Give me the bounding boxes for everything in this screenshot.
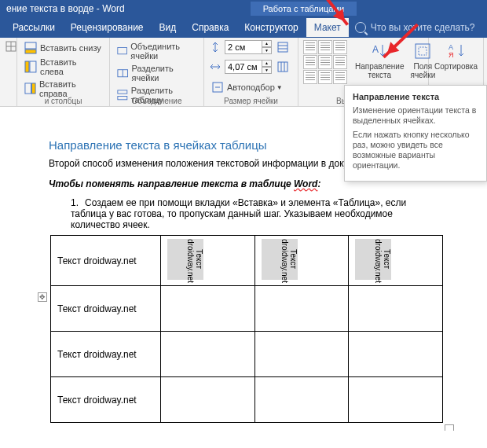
row-height-input[interactable] xyxy=(225,40,262,54)
table-cell[interactable]: Текст droidway.net xyxy=(254,236,349,286)
svg-rect-16 xyxy=(419,47,427,55)
svg-rect-4 xyxy=(30,61,36,72)
col-width-input[interactable] xyxy=(225,60,262,74)
width-icon xyxy=(209,61,222,73)
align-br[interactable] xyxy=(333,70,347,84)
group-label: Размер ячейки xyxy=(204,97,298,105)
svg-text:Я: Я xyxy=(449,51,454,59)
svg-rect-15 xyxy=(416,44,430,58)
lightbulb-icon xyxy=(355,22,366,33)
insert-below-icon xyxy=(24,42,37,54)
alignment-grid xyxy=(303,40,347,84)
insert-below-button[interactable]: Вставить снизу xyxy=(22,40,104,56)
svg-text:A: A xyxy=(449,43,453,51)
tab-mailings[interactable]: Рассылки xyxy=(5,18,63,37)
height-icon xyxy=(209,41,222,53)
align-tr[interactable] xyxy=(333,40,347,54)
insert-right-icon xyxy=(24,83,36,95)
group-delete xyxy=(0,38,17,106)
split-cells-button[interactable]: Разделить ячейки xyxy=(115,62,199,84)
dropdown-icon: ▼ xyxy=(276,84,283,91)
align-mr[interactable] xyxy=(333,55,347,69)
insert-left-icon xyxy=(24,61,37,73)
sample-table[interactable]: Текст droidway.net Текст droidway.net Те… xyxy=(50,235,443,423)
table-move-handle[interactable]: ✥ xyxy=(38,292,47,302)
height-spinner[interactable]: ▲▼ xyxy=(262,40,272,54)
group-cell-size: ▲▼ ▲▼ Автоподбор▼ Размер ячейки xyxy=(204,38,298,106)
delete-icon[interactable] xyxy=(5,40,17,64)
table-cell[interactable]: Текст droidway.net xyxy=(51,377,161,423)
align-bc[interactable] xyxy=(318,70,332,84)
tooltip-text-direction: Направление текста Изменение ориентации … xyxy=(344,85,487,182)
autofit-button[interactable]: Автоподбор▼ xyxy=(209,79,293,95)
title-bar: ение текста в ворде - Word Работа с табл… xyxy=(0,0,487,17)
text-direction-button[interactable]: A Направление текста xyxy=(352,40,407,81)
svg-rect-1 xyxy=(25,42,36,49)
autofit-icon xyxy=(211,81,224,94)
insert-left-button[interactable]: Вставить слева xyxy=(22,56,104,78)
group-rows-cols: Вставить снизу Вставить слева Вставить с… xyxy=(17,38,110,106)
tooltip-body-2: Если нажать кнопку несколько раз, можно … xyxy=(353,130,478,171)
sort-button[interactable]: AЯ Сортировка xyxy=(431,40,481,72)
align-mc[interactable] xyxy=(318,55,332,69)
split-icon xyxy=(117,67,128,79)
tooltip-title: Направление текста xyxy=(353,92,478,101)
table-cell[interactable]: Текст droidway.net xyxy=(349,236,443,286)
svg-rect-12 xyxy=(278,62,287,72)
merge-icon xyxy=(117,45,127,57)
tab-table-design[interactable]: Конструктор xyxy=(236,18,306,37)
table-cell[interactable]: Текст droidway.net xyxy=(51,286,161,332)
tab-review[interactable]: Рецензирование xyxy=(63,18,152,37)
align-tc[interactable] xyxy=(318,40,332,54)
align-bl[interactable] xyxy=(303,70,317,84)
align-tl[interactable] xyxy=(303,40,317,54)
svg-rect-5 xyxy=(25,83,31,94)
width-spinner[interactable]: ▲▼ xyxy=(262,60,272,74)
table-cell[interactable]: Текст droidway.net xyxy=(161,236,255,286)
table-cell[interactable]: Текст droidway.net xyxy=(51,236,161,286)
svg-rect-9 xyxy=(118,90,127,94)
align-ml[interactable] xyxy=(303,55,317,69)
merge-cells-button[interactable]: Объединить ячейки xyxy=(115,40,199,62)
group-label: и столбцы xyxy=(17,97,109,105)
distribute-cols-icon[interactable] xyxy=(276,61,289,73)
svg-rect-3 xyxy=(25,61,29,72)
svg-rect-11 xyxy=(278,42,287,52)
doc-title: ение текста в ворде - Word xyxy=(6,3,125,14)
tooltip-body-1: Изменение ориентации текста в выделенных… xyxy=(353,105,478,126)
group-merge: Объединить ячейки Разделить ячейки Разде… xyxy=(110,38,204,106)
svg-rect-7 xyxy=(118,48,127,54)
svg-rect-6 xyxy=(31,83,35,94)
distribute-rows-icon[interactable] xyxy=(276,41,289,53)
sort-icon: AЯ xyxy=(447,42,466,61)
tab-help[interactable]: Справка xyxy=(184,18,236,37)
tab-view[interactable]: Вид xyxy=(152,18,185,37)
list-item-1: 1.Создаем ее при помощи вкладки «Вставка… xyxy=(71,197,440,230)
table-resize-handle[interactable] xyxy=(445,424,454,431)
group-label: Объединение xyxy=(110,97,203,105)
table-cell[interactable]: Текст droidway.net xyxy=(51,332,161,377)
svg-rect-2 xyxy=(25,50,36,53)
